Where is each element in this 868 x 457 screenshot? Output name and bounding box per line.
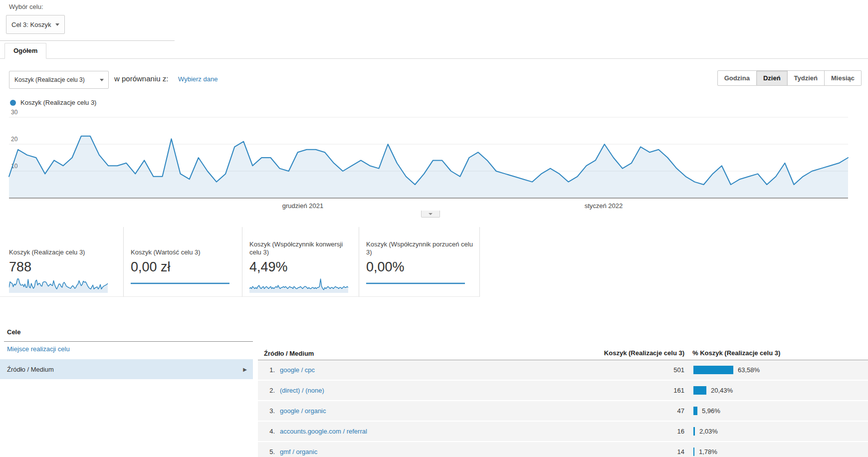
legend-dot-icon <box>10 100 16 106</box>
source-medium-table: Źródło / Medium Koszyk (Realizacje celu … <box>258 324 868 457</box>
scorecard-title: Koszyk (Współczynnik porzuceń celu 3) <box>366 240 479 256</box>
nav-item-miejsce-realizacji-celu[interactable]: Miejsce realizacji celu <box>7 345 70 353</box>
compare-data-link[interactable]: Wybierz dane <box>178 75 217 83</box>
metric-select-dropdown[interactable]: Koszyk (Realizacje celu 3) <box>9 71 109 89</box>
scorecard-sparkline <box>9 278 108 293</box>
scorecard-3[interactable]: Koszyk (Współczynnik porzuceń celu 3) 0,… <box>359 227 480 297</box>
row-percent-label: 5,96% <box>702 407 720 415</box>
collapse-arrow-icon <box>429 213 433 215</box>
svg-text:30: 30 <box>11 109 18 116</box>
row-source-link[interactable]: gmf / organic <box>280 448 317 456</box>
chart-legend: Koszyk (Realizacje celu 3) <box>10 99 96 106</box>
row-rank: 2. <box>263 387 275 394</box>
row-percent-label: 2,03% <box>699 428 718 435</box>
scorecard-2[interactable]: Koszyk (Współczynnik konwersji celu 3) 4… <box>242 227 359 297</box>
scorecard-value: 4,49% <box>249 259 359 275</box>
scorecard-sparkline <box>249 278 348 293</box>
goal-selector-label: Wybór celu: <box>9 3 43 10</box>
row-percent-bar <box>693 448 694 456</box>
row-percent-bar <box>693 427 695 436</box>
timeseries-svg: 102030 grudzień 2021 styczeń 2022 <box>0 97 868 213</box>
table-row: 3. google / organic 47 5,96% <box>258 401 868 421</box>
chart-collapse-button[interactable] <box>421 211 440 218</box>
row-value: 161 <box>625 387 684 394</box>
row-percent-bar <box>693 407 697 415</box>
tabstrip-border <box>0 58 868 59</box>
row-source-link[interactable]: (direct) / (none) <box>280 387 324 394</box>
goal-select-dropdown[interactable]: Cel 3: Koszyk <box>6 15 65 34</box>
scorecard-title: Koszyk (Wartość celu 3) <box>131 240 242 256</box>
row-rank: 1. <box>263 366 275 374</box>
goal-select-value: Cel 3: Koszyk <box>11 21 51 28</box>
svg-text:grudzień 2021: grudzień 2021 <box>282 202 323 210</box>
svg-text:20: 20 <box>11 136 18 143</box>
table-row: 2. (direct) / (none) 161 20,43% <box>258 381 868 400</box>
column-header-source-medium[interactable]: Źródło / Medium <box>264 350 314 357</box>
table-row: 4. accounts.google.com / referral 16 2,0… <box>258 422 868 441</box>
row-source-link[interactable]: accounts.google.com / referral <box>280 428 367 435</box>
scorecard-value: 0,00 zł <box>131 259 242 275</box>
row-value: 501 <box>625 366 684 374</box>
row-value: 47 <box>625 407 684 415</box>
row-source-link[interactable]: google / organic <box>280 407 326 415</box>
scorecard-sparkline <box>131 278 229 293</box>
tab-ogolem[interactable]: Ogółem <box>4 43 46 59</box>
nav-header-underline <box>4 341 253 342</box>
table-row: 5. gmf / organic 14 1,78% <box>258 442 868 457</box>
column-header-pct-koszyk[interactable]: % Koszyk (Realizacje celu 3) <box>692 349 866 357</box>
row-value: 14 <box>625 448 684 456</box>
interval-button-group: GodzinaDzieńTydzieńMiesiąc <box>717 70 862 86</box>
timeseries-chart[interactable]: 102030 grudzień 2021 styczeń 2022 <box>0 97 868 213</box>
nav-header-cele: Cele <box>7 328 20 336</box>
table-row: 1. google / cpc 501 63,58% <box>258 360 868 380</box>
legend-label: Koszyk (Realizacje celu 3) <box>20 99 96 106</box>
row-rank: 5. <box>263 448 275 456</box>
interval-button-miesiąc[interactable]: Miesiąc <box>825 70 862 86</box>
interval-button-tydzień[interactable]: Tydzień <box>788 70 825 86</box>
goal-section-divider <box>0 40 175 41</box>
scorecard-sparkline <box>366 278 465 293</box>
scorecard-title: Koszyk (Realizacje celu 3) <box>9 240 123 256</box>
chevron-down-icon <box>55 23 59 26</box>
interval-button-dzień[interactable]: Dzień <box>757 70 788 86</box>
scorecard-strip: Koszyk (Realizacje celu 3) 788 Koszyk (W… <box>0 227 480 297</box>
scorecard-1[interactable]: Koszyk (Wartość celu 3) 0,00 zł <box>124 227 242 297</box>
chevron-down-icon <box>100 79 104 81</box>
row-source-link[interactable]: google / cpc <box>280 366 315 374</box>
scorecard-value: 788 <box>9 259 123 275</box>
row-rank: 3. <box>263 407 275 415</box>
column-header-koszyk[interactable]: Koszyk (Realizacje celu 3) <box>600 349 684 357</box>
nav-arrow-icon: ▶ <box>243 367 247 372</box>
table-header-row: Źródło / Medium Koszyk (Realizacje celu … <box>258 324 868 360</box>
nav-item-label: Źródło / Medium <box>7 366 54 373</box>
scorecard-title: Koszyk (Współczynnik konwersji celu 3) <box>249 240 359 256</box>
scorecard-value: 0,00% <box>366 259 479 275</box>
nav-item-zrodlo-medium[interactable]: Źródło / Medium ▶ <box>0 359 253 379</box>
row-value: 16 <box>625 428 684 435</box>
compare-label: w porównaniu z: <box>114 74 168 83</box>
metric-select-value: Koszyk (Realizacje celu 3) <box>14 76 85 83</box>
row-percent-label: 63,58% <box>738 366 760 374</box>
svg-text:styczeń 2022: styczeń 2022 <box>585 202 623 210</box>
row-rank: 4. <box>263 428 275 435</box>
row-percent-bar <box>693 366 733 374</box>
row-percent-bar <box>693 386 706 395</box>
table-body: 1. google / cpc 501 63,58%2. (direct) / … <box>258 360 868 457</box>
interval-button-godzina[interactable]: Godzina <box>717 70 757 86</box>
row-percent-label: 20,43% <box>711 387 733 394</box>
scorecard-0[interactable]: Koszyk (Realizacje celu 3) 788 <box>0 227 124 297</box>
row-percent-label: 1,78% <box>699 448 717 456</box>
